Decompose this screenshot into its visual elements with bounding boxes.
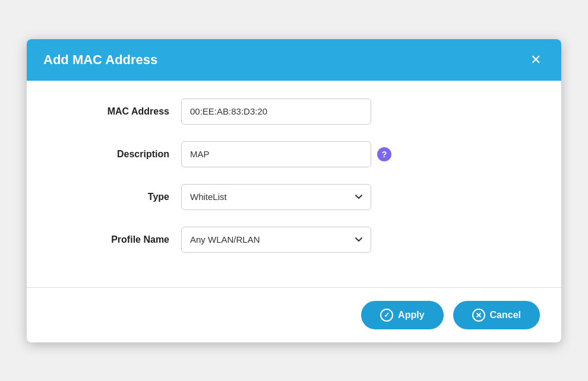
description-input[interactable]: [181, 141, 371, 167]
mac-address-input[interactable]: [181, 99, 371, 125]
help-icon[interactable]: ?: [377, 147, 391, 161]
apply-button[interactable]: Apply: [361, 301, 443, 329]
description-label: Description: [62, 149, 181, 160]
profile-name-select[interactable]: Any WLAN/RLAN: [181, 227, 371, 253]
apply-check-icon: [380, 309, 393, 322]
close-button[interactable]: ✕: [527, 52, 545, 68]
dialog-footer: Apply Cancel: [27, 287, 561, 342]
dialog-header: Add MAC Address ✕: [27, 39, 561, 81]
mac-address-row: MAC Address: [62, 99, 526, 125]
mac-address-label: MAC Address: [62, 106, 181, 117]
add-mac-address-dialog: Add MAC Address ✕ MAC Address Descriptio…: [27, 39, 561, 342]
profile-name-row: Profile Name Any WLAN/RLAN: [62, 227, 526, 253]
cancel-label: Cancel: [490, 310, 521, 320]
dialog-body: MAC Address Description ? Type WhiteList…: [27, 81, 561, 287]
profile-name-label: Profile Name: [62, 234, 181, 245]
description-row: Description ?: [62, 141, 526, 167]
dialog-title: Add MAC Address: [43, 52, 157, 68]
apply-label: Apply: [398, 310, 424, 320]
type-row: Type WhiteList BlackList: [62, 184, 526, 210]
type-select[interactable]: WhiteList BlackList: [181, 184, 371, 210]
cancel-x-icon: [472, 309, 485, 322]
cancel-button[interactable]: Cancel: [453, 301, 540, 329]
type-label: Type: [62, 192, 181, 202]
description-input-wrapper: ?: [181, 141, 391, 167]
